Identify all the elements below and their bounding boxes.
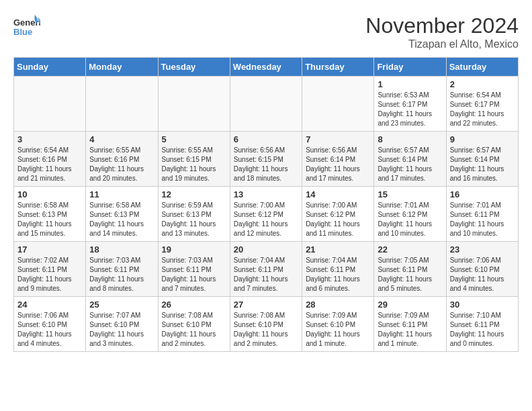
calendar-cell: 28Sunrise: 7:09 AM Sunset: 6:10 PM Dayli… <box>302 297 374 352</box>
day-number: 20 <box>234 244 298 255</box>
calendar-cell: 30Sunrise: 7:10 AM Sunset: 6:11 PM Dayli… <box>446 297 518 352</box>
calendar-week: 3Sunrise: 6:54 AM Sunset: 6:16 PM Daylig… <box>14 132 519 187</box>
day-info: Sunrise: 6:57 AM Sunset: 6:14 PM Dayligh… <box>378 146 442 183</box>
day-info: Sunrise: 6:54 AM Sunset: 6:16 PM Dayligh… <box>17 146 82 183</box>
calendar-week: 24Sunrise: 7:06 AM Sunset: 6:10 PM Dayli… <box>14 297 519 352</box>
calendar-cell: 19Sunrise: 7:03 AM Sunset: 6:11 PM Dayli… <box>158 242 230 297</box>
calendar-cell: 7Sunrise: 6:56 AM Sunset: 6:14 PM Daylig… <box>302 132 374 187</box>
calendar-table: SundayMondayTuesdayWednesdayThursdayFrid… <box>13 57 519 352</box>
day-info: Sunrise: 7:09 AM Sunset: 6:11 PM Dayligh… <box>378 311 442 349</box>
calendar-cell: 14Sunrise: 7:00 AM Sunset: 6:12 PM Dayli… <box>302 187 374 242</box>
day-number: 17 <box>17 244 82 255</box>
weekday-header: Tuesday <box>158 58 230 77</box>
day-info: Sunrise: 6:57 AM Sunset: 6:14 PM Dayligh… <box>450 146 515 183</box>
calendar-cell <box>158 77 230 132</box>
day-info: Sunrise: 7:08 AM Sunset: 6:10 PM Dayligh… <box>234 311 298 349</box>
day-info: Sunrise: 7:03 AM Sunset: 6:11 PM Dayligh… <box>89 256 154 293</box>
calendar-cell: 22Sunrise: 7:05 AM Sunset: 6:11 PM Dayli… <box>374 242 446 297</box>
day-number: 7 <box>306 134 370 144</box>
weekday-header: Wednesday <box>230 58 302 77</box>
title-block: November 2024 Tizapan el Alto, Mexico <box>365 13 519 50</box>
day-number: 26 <box>162 300 226 310</box>
day-number: 28 <box>306 300 370 310</box>
day-number: 25 <box>89 300 154 310</box>
day-info: Sunrise: 7:07 AM Sunset: 6:10 PM Dayligh… <box>89 311 154 349</box>
day-number: 13 <box>234 189 298 199</box>
day-number: 30 <box>450 300 515 310</box>
day-number: 8 <box>378 134 442 144</box>
day-info: Sunrise: 7:05 AM Sunset: 6:11 PM Dayligh… <box>378 256 442 293</box>
day-info: Sunrise: 7:06 AM Sunset: 6:10 PM Dayligh… <box>17 311 82 349</box>
day-info: Sunrise: 7:03 AM Sunset: 6:11 PM Dayligh… <box>162 256 226 293</box>
location-title: Tizapan el Alto, Mexico <box>365 38 519 50</box>
calendar-cell: 5Sunrise: 6:55 AM Sunset: 6:15 PM Daylig… <box>158 132 230 187</box>
day-info: Sunrise: 7:00 AM Sunset: 6:12 PM Dayligh… <box>234 201 298 238</box>
calendar-cell <box>230 77 302 132</box>
logo-icon: General Blue <box>13 13 40 40</box>
day-number: 27 <box>234 300 298 310</box>
day-info: Sunrise: 7:06 AM Sunset: 6:10 PM Dayligh… <box>450 256 515 293</box>
day-info: Sunrise: 7:01 AM Sunset: 6:12 PM Dayligh… <box>378 201 442 238</box>
day-info: Sunrise: 6:53 AM Sunset: 6:17 PM Dayligh… <box>378 91 442 128</box>
calendar-cell: 24Sunrise: 7:06 AM Sunset: 6:10 PM Dayli… <box>14 297 86 352</box>
weekday-header: Monday <box>86 58 158 77</box>
weekday-header: Thursday <box>302 58 374 77</box>
weekday-header: Saturday <box>446 58 518 77</box>
day-number: 15 <box>378 189 442 199</box>
weekday-header: Friday <box>374 58 446 77</box>
calendar-cell <box>86 77 158 132</box>
calendar-cell: 9Sunrise: 6:57 AM Sunset: 6:14 PM Daylig… <box>446 132 518 187</box>
day-number: 6 <box>234 134 298 144</box>
calendar-week: 17Sunrise: 7:02 AM Sunset: 6:11 PM Dayli… <box>14 242 519 297</box>
calendar-cell: 3Sunrise: 6:54 AM Sunset: 6:16 PM Daylig… <box>14 132 86 187</box>
logo: General Blue <box>13 13 40 40</box>
day-info: Sunrise: 7:01 AM Sunset: 6:11 PM Dayligh… <box>450 201 515 238</box>
day-number: 22 <box>378 244 442 255</box>
day-info: Sunrise: 7:08 AM Sunset: 6:10 PM Dayligh… <box>162 311 226 349</box>
day-info: Sunrise: 6:58 AM Sunset: 6:13 PM Dayligh… <box>89 201 154 238</box>
day-info: Sunrise: 6:59 AM Sunset: 6:13 PM Dayligh… <box>162 201 226 238</box>
calendar-week: 10Sunrise: 6:58 AM Sunset: 6:13 PM Dayli… <box>14 187 519 242</box>
calendar-cell: 29Sunrise: 7:09 AM Sunset: 6:11 PM Dayli… <box>374 297 446 352</box>
day-number: 23 <box>450 244 515 255</box>
calendar-cell <box>302 77 374 132</box>
day-number: 21 <box>306 244 370 255</box>
calendar-cell: 15Sunrise: 7:01 AM Sunset: 6:12 PM Dayli… <box>374 187 446 242</box>
calendar-cell: 6Sunrise: 6:56 AM Sunset: 6:15 PM Daylig… <box>230 132 302 187</box>
calendar-cell <box>14 77 86 132</box>
day-number: 1 <box>378 79 442 89</box>
calendar-cell: 11Sunrise: 6:58 AM Sunset: 6:13 PM Dayli… <box>86 187 158 242</box>
day-info: Sunrise: 7:04 AM Sunset: 6:11 PM Dayligh… <box>306 256 370 293</box>
day-number: 24 <box>17 300 82 310</box>
calendar-cell: 2Sunrise: 6:54 AM Sunset: 6:17 PM Daylig… <box>446 77 518 132</box>
day-info: Sunrise: 6:56 AM Sunset: 6:14 PM Dayligh… <box>306 146 370 183</box>
calendar-cell: 20Sunrise: 7:04 AM Sunset: 6:11 PM Dayli… <box>230 242 302 297</box>
calendar-cell: 8Sunrise: 6:57 AM Sunset: 6:14 PM Daylig… <box>374 132 446 187</box>
day-number: 29 <box>378 300 442 310</box>
calendar-cell: 26Sunrise: 7:08 AM Sunset: 6:10 PM Dayli… <box>158 297 230 352</box>
day-info: Sunrise: 6:54 AM Sunset: 6:17 PM Dayligh… <box>450 91 515 128</box>
day-info: Sunrise: 7:10 AM Sunset: 6:11 PM Dayligh… <box>450 311 515 349</box>
svg-text:Blue: Blue <box>13 27 32 37</box>
day-info: Sunrise: 6:55 AM Sunset: 6:15 PM Dayligh… <box>162 146 226 183</box>
day-number: 14 <box>306 189 370 199</box>
day-number: 11 <box>89 189 154 199</box>
day-number: 10 <box>17 189 82 199</box>
day-info: Sunrise: 6:55 AM Sunset: 6:16 PM Dayligh… <box>89 146 154 183</box>
day-number: 12 <box>162 189 226 199</box>
calendar-cell: 23Sunrise: 7:06 AM Sunset: 6:10 PM Dayli… <box>446 242 518 297</box>
calendar-cell: 18Sunrise: 7:03 AM Sunset: 6:11 PM Dayli… <box>86 242 158 297</box>
calendar-cell: 13Sunrise: 7:00 AM Sunset: 6:12 PM Dayli… <box>230 187 302 242</box>
calendar-cell: 4Sunrise: 6:55 AM Sunset: 6:16 PM Daylig… <box>86 132 158 187</box>
calendar-cell: 21Sunrise: 7:04 AM Sunset: 6:11 PM Dayli… <box>302 242 374 297</box>
month-title: November 2024 <box>365 13 519 38</box>
calendar-cell: 27Sunrise: 7:08 AM Sunset: 6:10 PM Dayli… <box>230 297 302 352</box>
calendar-cell: 1Sunrise: 6:53 AM Sunset: 6:17 PM Daylig… <box>374 77 446 132</box>
day-info: Sunrise: 6:56 AM Sunset: 6:15 PM Dayligh… <box>234 146 298 183</box>
day-info: Sunrise: 7:00 AM Sunset: 6:12 PM Dayligh… <box>306 201 370 238</box>
day-number: 4 <box>89 134 154 144</box>
day-info: Sunrise: 7:02 AM Sunset: 6:11 PM Dayligh… <box>17 256 82 293</box>
day-number: 2 <box>450 79 515 89</box>
day-number: 19 <box>162 244 226 255</box>
day-number: 5 <box>162 134 226 144</box>
